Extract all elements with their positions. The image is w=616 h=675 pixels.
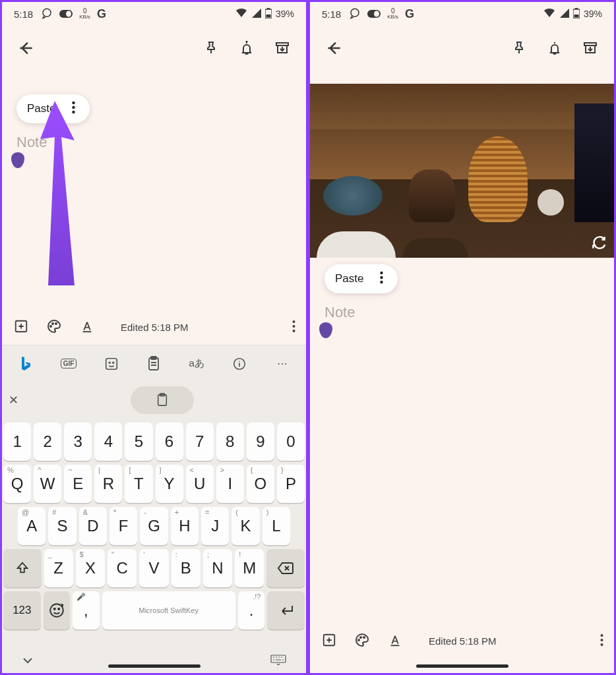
key-s[interactable]: #S: [48, 507, 76, 545]
key-k[interactable]: (K: [231, 507, 259, 545]
key-123[interactable]: 123: [3, 591, 41, 630]
reminder-button[interactable]: [232, 34, 261, 63]
paste-popup: Paste: [16, 94, 90, 123]
note-more-button[interactable]: [600, 633, 603, 649]
key-p[interactable]: }P: [277, 465, 305, 503]
status-bar: 5:18 0KB/s G 39%: [310, 2, 614, 26]
paste-more-button[interactable]: [375, 271, 387, 287]
signal-icon: [559, 9, 569, 20]
key-c[interactable]: "C: [108, 549, 137, 587]
key-i[interactable]: >I: [216, 465, 244, 503]
key-z[interactable]: _Z: [44, 549, 73, 587]
key-space[interactable]: Microsoft SwiftKey: [102, 591, 235, 630]
back-button[interactable]: [11, 34, 40, 63]
key-period[interactable]: .!?.: [238, 591, 264, 630]
suggest-close-button[interactable]: ✕: [9, 393, 18, 407]
key-r[interactable]: |R: [94, 465, 122, 503]
archive-button[interactable]: [576, 34, 605, 63]
key-g[interactable]: -G: [140, 507, 168, 545]
translate-button[interactable]: aあ: [187, 354, 206, 374]
gesture-handle[interactable]: [108, 664, 200, 668]
key-comma[interactable]: 🎤,: [73, 591, 99, 630]
collapse-keyboard-button[interactable]: [22, 655, 34, 667]
key-4[interactable]: 4: [94, 423, 122, 461]
key-x[interactable]: $X: [76, 549, 105, 587]
status-time: 5:18: [322, 9, 341, 20]
key-0[interactable]: 0: [277, 423, 305, 461]
whatsapp-icon: [41, 7, 53, 21]
key-7[interactable]: 7: [186, 423, 214, 461]
text-format-button[interactable]: [78, 319, 96, 336]
key-v[interactable]: 'V: [139, 549, 168, 587]
svg-point-18: [293, 330, 295, 332]
note-toolbar: Edited 5:18 PM: [2, 309, 306, 345]
key-9[interactable]: 9: [247, 423, 274, 461]
sticker-button[interactable]: [102, 354, 121, 374]
keyboard-mode-button[interactable]: [270, 655, 286, 668]
key-f[interactable]: *F: [109, 507, 137, 545]
key-emoji[interactable]: [44, 591, 70, 630]
note-placeholder[interactable]: Note: [16, 134, 47, 151]
google-icon: G: [97, 7, 106, 21]
edited-timestamp: Edited 5:18 PM: [429, 635, 497, 647]
key-n[interactable]: ;N: [203, 549, 232, 587]
keyboard: 1234567890 %Q^W~E|R[T]Y<U>I{O}P @A#S&D*F…: [2, 419, 306, 649]
key-l[interactable]: )L: [262, 507, 290, 545]
bing-icon[interactable]: [16, 354, 36, 374]
svg-point-43: [360, 637, 361, 638]
key-u[interactable]: <U: [186, 465, 214, 503]
note-more-button[interactable]: [292, 320, 295, 335]
text-cursor-handle[interactable]: [11, 152, 24, 168]
key-h[interactable]: +H: [171, 507, 199, 545]
key-t[interactable]: [T: [125, 465, 152, 503]
toolbar-more-button[interactable]: ⋯: [272, 354, 292, 374]
svg-point-48: [601, 643, 603, 646]
add-button[interactable]: [321, 633, 338, 649]
gif-button[interactable]: GIF: [59, 354, 78, 374]
key-j[interactable]: =J: [201, 507, 229, 545]
key-1[interactable]: 1: [3, 423, 31, 461]
svg-point-9: [72, 111, 75, 113]
key-enter[interactable]: [267, 591, 305, 630]
pin-button[interactable]: [505, 34, 534, 63]
key-e[interactable]: ~E: [64, 465, 92, 503]
key-3[interactable]: 3: [64, 423, 92, 461]
key-6[interactable]: 6: [156, 423, 183, 461]
paste-more-button[interactable]: [67, 101, 79, 117]
clipboard-button[interactable]: [144, 354, 164, 374]
key-q[interactable]: %Q: [3, 465, 31, 503]
palette-button[interactable]: [46, 318, 63, 336]
add-button[interactable]: [13, 319, 30, 336]
reminder-button[interactable]: [540, 34, 569, 63]
text-cursor-handle[interactable]: [319, 322, 332, 338]
palette-button[interactable]: [354, 632, 371, 650]
inserted-image[interactable]: [310, 84, 614, 258]
text-format-button[interactable]: [386, 633, 404, 649]
archive-button[interactable]: [268, 34, 297, 63]
key-y[interactable]: ]Y: [156, 465, 183, 503]
key-b[interactable]: :B: [171, 549, 200, 587]
clipboard-pill[interactable]: [131, 386, 194, 414]
signal-icon: [251, 9, 261, 20]
paste-option[interactable]: Paste: [27, 102, 55, 115]
key-w[interactable]: ^W: [34, 465, 61, 503]
key-8[interactable]: 8: [216, 423, 244, 461]
note-placeholder[interactable]: Note: [324, 304, 355, 321]
key-5[interactable]: 5: [125, 423, 152, 461]
info-button[interactable]: [230, 354, 249, 374]
key-a[interactable]: @A: [18, 507, 46, 545]
key-backspace[interactable]: [266, 549, 305, 587]
sync-icon[interactable]: [590, 234, 607, 251]
key-shift[interactable]: [3, 549, 42, 587]
pin-button[interactable]: [197, 34, 226, 63]
gesture-handle[interactable]: [416, 664, 508, 668]
key-d[interactable]: &D: [79, 507, 107, 545]
svg-rect-19: [106, 358, 117, 369]
back-button[interactable]: [319, 34, 348, 63]
key-o[interactable]: {O: [247, 465, 274, 503]
key-m[interactable]: ! M: [235, 549, 264, 587]
paste-option[interactable]: Paste: [335, 272, 363, 285]
key-2[interactable]: 2: [34, 423, 61, 461]
pill-icon: [59, 9, 73, 20]
svg-point-16: [293, 320, 295, 323]
